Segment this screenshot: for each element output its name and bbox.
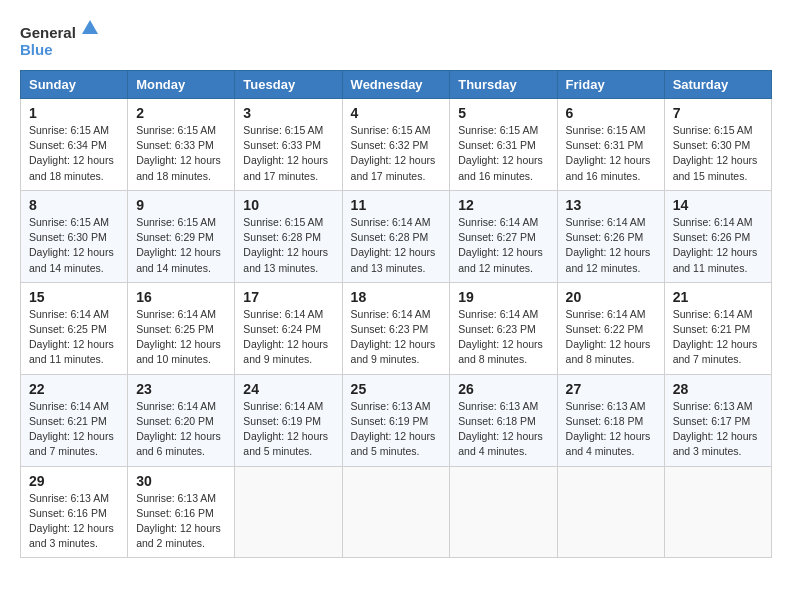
calendar-cell: 20 Sunrise: 6:14 AMSunset: 6:22 PMDaylig… <box>557 282 664 374</box>
calendar-cell: 11 Sunrise: 6:14 AMSunset: 6:28 PMDaylig… <box>342 190 450 282</box>
day-info: Sunrise: 6:14 AMSunset: 6:25 PMDaylight:… <box>29 307 119 368</box>
calendar-week-4: 22 Sunrise: 6:14 AMSunset: 6:21 PMDaylig… <box>21 374 772 466</box>
header: General Blue <box>20 20 772 60</box>
calendar-week-5: 29 Sunrise: 6:13 AMSunset: 6:16 PMDaylig… <box>21 466 772 558</box>
day-number: 3 <box>243 105 333 121</box>
calendar-cell: 4 Sunrise: 6:15 AMSunset: 6:32 PMDayligh… <box>342 99 450 191</box>
day-number: 16 <box>136 289 226 305</box>
calendar-cell: 8 Sunrise: 6:15 AMSunset: 6:30 PMDayligh… <box>21 190 128 282</box>
calendar-cell: 1 Sunrise: 6:15 AMSunset: 6:34 PMDayligh… <box>21 99 128 191</box>
day-number: 23 <box>136 381 226 397</box>
day-info: Sunrise: 6:14 AMSunset: 6:19 PMDaylight:… <box>243 399 333 460</box>
calendar-cell: 19 Sunrise: 6:14 AMSunset: 6:23 PMDaylig… <box>450 282 557 374</box>
day-number: 24 <box>243 381 333 397</box>
calendar: SundayMondayTuesdayWednesdayThursdayFrid… <box>20 70 772 558</box>
calendar-cell <box>342 466 450 558</box>
calendar-cell: 5 Sunrise: 6:15 AMSunset: 6:31 PMDayligh… <box>450 99 557 191</box>
calendar-header-monday: Monday <box>128 71 235 99</box>
calendar-cell: 15 Sunrise: 6:14 AMSunset: 6:25 PMDaylig… <box>21 282 128 374</box>
calendar-cell: 24 Sunrise: 6:14 AMSunset: 6:19 PMDaylig… <box>235 374 342 466</box>
calendar-cell: 2 Sunrise: 6:15 AMSunset: 6:33 PMDayligh… <box>128 99 235 191</box>
calendar-cell: 14 Sunrise: 6:14 AMSunset: 6:26 PMDaylig… <box>664 190 771 282</box>
day-number: 21 <box>673 289 763 305</box>
calendar-header-friday: Friday <box>557 71 664 99</box>
day-info: Sunrise: 6:14 AMSunset: 6:21 PMDaylight:… <box>673 307 763 368</box>
day-number: 6 <box>566 105 656 121</box>
day-number: 18 <box>351 289 442 305</box>
day-info: Sunrise: 6:15 AMSunset: 6:30 PMDaylight:… <box>673 123 763 184</box>
svg-text:Blue: Blue <box>20 41 53 58</box>
calendar-header-thursday: Thursday <box>450 71 557 99</box>
day-number: 22 <box>29 381 119 397</box>
calendar-cell: 9 Sunrise: 6:15 AMSunset: 6:29 PMDayligh… <box>128 190 235 282</box>
day-number: 20 <box>566 289 656 305</box>
day-number: 28 <box>673 381 763 397</box>
calendar-cell: 26 Sunrise: 6:13 AMSunset: 6:18 PMDaylig… <box>450 374 557 466</box>
calendar-cell: 6 Sunrise: 6:15 AMSunset: 6:31 PMDayligh… <box>557 99 664 191</box>
calendar-cell: 3 Sunrise: 6:15 AMSunset: 6:33 PMDayligh… <box>235 99 342 191</box>
day-info: Sunrise: 6:15 AMSunset: 6:31 PMDaylight:… <box>458 123 548 184</box>
day-info: Sunrise: 6:13 AMSunset: 6:17 PMDaylight:… <box>673 399 763 460</box>
day-info: Sunrise: 6:14 AMSunset: 6:20 PMDaylight:… <box>136 399 226 460</box>
day-number: 30 <box>136 473 226 489</box>
day-number: 27 <box>566 381 656 397</box>
day-number: 8 <box>29 197 119 213</box>
day-info: Sunrise: 6:14 AMSunset: 6:26 PMDaylight:… <box>673 215 763 276</box>
calendar-header-row: SundayMondayTuesdayWednesdayThursdayFrid… <box>21 71 772 99</box>
day-number: 2 <box>136 105 226 121</box>
day-info: Sunrise: 6:15 AMSunset: 6:28 PMDaylight:… <box>243 215 333 276</box>
calendar-cell <box>450 466 557 558</box>
svg-marker-2 <box>82 20 98 34</box>
day-number: 17 <box>243 289 333 305</box>
day-info: Sunrise: 6:13 AMSunset: 6:16 PMDaylight:… <box>136 491 226 552</box>
calendar-cell: 7 Sunrise: 6:15 AMSunset: 6:30 PMDayligh… <box>664 99 771 191</box>
calendar-cell: 16 Sunrise: 6:14 AMSunset: 6:25 PMDaylig… <box>128 282 235 374</box>
calendar-cell: 17 Sunrise: 6:14 AMSunset: 6:24 PMDaylig… <box>235 282 342 374</box>
day-info: Sunrise: 6:14 AMSunset: 6:25 PMDaylight:… <box>136 307 226 368</box>
calendar-cell <box>235 466 342 558</box>
day-number: 14 <box>673 197 763 213</box>
logo-icon: General Blue <box>20 20 100 60</box>
day-number: 4 <box>351 105 442 121</box>
calendar-week-2: 8 Sunrise: 6:15 AMSunset: 6:30 PMDayligh… <box>21 190 772 282</box>
day-info: Sunrise: 6:15 AMSunset: 6:29 PMDaylight:… <box>136 215 226 276</box>
calendar-cell: 10 Sunrise: 6:15 AMSunset: 6:28 PMDaylig… <box>235 190 342 282</box>
day-number: 19 <box>458 289 548 305</box>
logo: General Blue <box>20 20 100 60</box>
day-number: 7 <box>673 105 763 121</box>
calendar-cell: 22 Sunrise: 6:14 AMSunset: 6:21 PMDaylig… <box>21 374 128 466</box>
calendar-cell: 18 Sunrise: 6:14 AMSunset: 6:23 PMDaylig… <box>342 282 450 374</box>
day-number: 25 <box>351 381 442 397</box>
day-number: 11 <box>351 197 442 213</box>
day-info: Sunrise: 6:14 AMSunset: 6:24 PMDaylight:… <box>243 307 333 368</box>
calendar-cell <box>664 466 771 558</box>
day-info: Sunrise: 6:13 AMSunset: 6:16 PMDaylight:… <box>29 491 119 552</box>
calendar-header-wednesday: Wednesday <box>342 71 450 99</box>
day-number: 10 <box>243 197 333 213</box>
day-number: 5 <box>458 105 548 121</box>
calendar-cell <box>557 466 664 558</box>
calendar-cell: 23 Sunrise: 6:14 AMSunset: 6:20 PMDaylig… <box>128 374 235 466</box>
calendar-cell: 29 Sunrise: 6:13 AMSunset: 6:16 PMDaylig… <box>21 466 128 558</box>
day-number: 26 <box>458 381 548 397</box>
day-info: Sunrise: 6:13 AMSunset: 6:18 PMDaylight:… <box>458 399 548 460</box>
day-number: 29 <box>29 473 119 489</box>
calendar-cell: 25 Sunrise: 6:13 AMSunset: 6:19 PMDaylig… <box>342 374 450 466</box>
day-info: Sunrise: 6:14 AMSunset: 6:21 PMDaylight:… <box>29 399 119 460</box>
day-info: Sunrise: 6:15 AMSunset: 6:34 PMDaylight:… <box>29 123 119 184</box>
day-info: Sunrise: 6:14 AMSunset: 6:22 PMDaylight:… <box>566 307 656 368</box>
day-info: Sunrise: 6:15 AMSunset: 6:30 PMDaylight:… <box>29 215 119 276</box>
svg-text:General: General <box>20 24 76 41</box>
day-number: 15 <box>29 289 119 305</box>
day-number: 1 <box>29 105 119 121</box>
day-info: Sunrise: 6:15 AMSunset: 6:32 PMDaylight:… <box>351 123 442 184</box>
calendar-week-3: 15 Sunrise: 6:14 AMSunset: 6:25 PMDaylig… <box>21 282 772 374</box>
calendar-cell: 28 Sunrise: 6:13 AMSunset: 6:17 PMDaylig… <box>664 374 771 466</box>
calendar-cell: 21 Sunrise: 6:14 AMSunset: 6:21 PMDaylig… <box>664 282 771 374</box>
day-number: 13 <box>566 197 656 213</box>
day-info: Sunrise: 6:13 AMSunset: 6:18 PMDaylight:… <box>566 399 656 460</box>
calendar-header-tuesday: Tuesday <box>235 71 342 99</box>
calendar-header-sunday: Sunday <box>21 71 128 99</box>
day-info: Sunrise: 6:14 AMSunset: 6:23 PMDaylight:… <box>351 307 442 368</box>
day-info: Sunrise: 6:15 AMSunset: 6:31 PMDaylight:… <box>566 123 656 184</box>
